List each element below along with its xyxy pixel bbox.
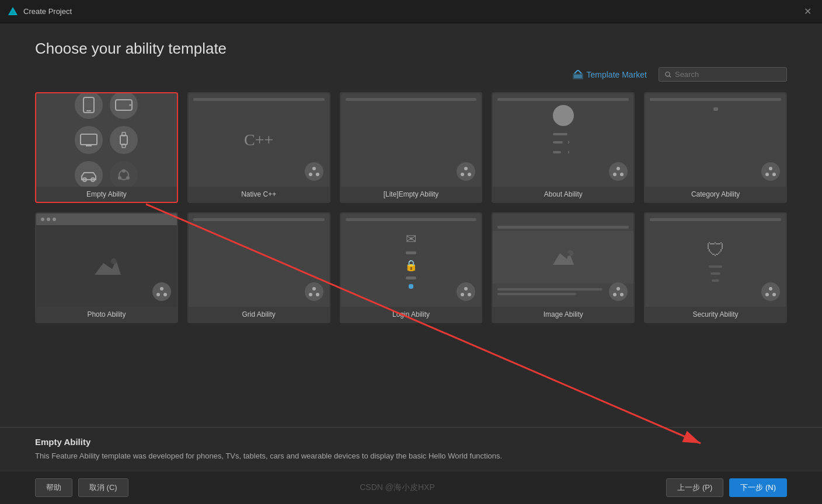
- tablet-icon: [110, 93, 138, 119]
- template-label-image: Image Ability: [541, 307, 586, 322]
- next-button[interactable]: 下一步 (N): [729, 478, 787, 497]
- titlebar: Create Project ✕: [0, 0, 822, 23]
- template-card-login[interactable]: ✉ 🔒 Login Ability: [340, 212, 483, 323]
- svg-point-47: [613, 293, 616, 296]
- cpp-label: C++: [244, 131, 273, 149]
- template-preview-lite-empty: [341, 93, 482, 187]
- tv-icon: [75, 126, 103, 154]
- template-label-login: Login Ability: [390, 307, 432, 322]
- category-items-grid: [713, 113, 718, 182]
- template-preview-security: 🛡: [645, 214, 786, 307]
- svg-point-36: [156, 293, 160, 296]
- svg-point-31: [769, 167, 772, 170]
- template-label-grid: Grid Ability: [240, 307, 278, 322]
- sec-line-2: [710, 272, 721, 275]
- template-preview-native-cpp: C++: [189, 93, 329, 187]
- img-line-1: [497, 288, 602, 290]
- app-logo-icon: [7, 6, 19, 18]
- cluster-badge-grid: [305, 282, 323, 301]
- template-market-button[interactable]: Template Market: [573, 70, 647, 79]
- description-title: Empty Ability: [35, 437, 787, 447]
- preview-topbar-lite: [346, 98, 477, 101]
- template-card-lite-empty[interactable]: [Lite]Empty Ability: [340, 92, 483, 203]
- template-label-photo: Photo Ability: [85, 307, 128, 322]
- cluster-badge-login: [457, 282, 475, 301]
- cluster-badge-security: [761, 282, 780, 301]
- svg-rect-10: [81, 134, 97, 145]
- about-line-2: [553, 141, 563, 144]
- template-card-about-ability[interactable]: › › About A: [492, 92, 635, 203]
- cluster-badge: [305, 162, 323, 181]
- svg-point-28: [616, 167, 620, 170]
- svg-point-33: [772, 173, 776, 176]
- footer-right-buttons: 上一步 (P) 下一步 (N): [666, 478, 787, 497]
- photo-topbar: [36, 214, 177, 225]
- templates-grid: Empty Ability C++: [35, 88, 787, 332]
- preview-topbar: [193, 98, 325, 101]
- lock-icon: 🔒: [405, 259, 417, 272]
- preview-topbar-image: [497, 226, 629, 229]
- preview-topbar-login: [346, 218, 477, 221]
- about-row: ›: [553, 139, 570, 145]
- template-label-native-cpp: Native C++: [239, 187, 278, 202]
- dot-1: [41, 218, 44, 221]
- image-top-area: [493, 231, 633, 284]
- page-title: Choose your ability template: [35, 40, 787, 58]
- svg-point-37: [163, 293, 167, 296]
- template-card-grid[interactable]: Grid Ability: [187, 212, 330, 323]
- svg-point-42: [461, 293, 464, 296]
- svg-point-20: [118, 176, 121, 180]
- cluster-badge-category: [761, 162, 780, 181]
- template-card-photo[interactable]: Photo Ability: [35, 212, 178, 323]
- chevron-icon: ›: [567, 139, 569, 145]
- shield-icon: 🛡: [706, 239, 725, 261]
- dialog-header: Choose your ability template: [0, 23, 822, 67]
- window-title: Create Project: [23, 7, 72, 16]
- svg-rect-3: [574, 75, 582, 78]
- svg-point-50: [765, 293, 769, 296]
- svg-point-4: [666, 72, 670, 76]
- template-card-empty-ability[interactable]: Empty Ability: [35, 92, 178, 203]
- footer-left-buttons: 帮助 取消 (C): [35, 478, 128, 497]
- cancel-button[interactable]: 取消 (C): [78, 478, 128, 497]
- security-preview-content: 🛡: [706, 214, 725, 307]
- login-bar-2: [406, 276, 416, 279]
- svg-point-21: [126, 176, 130, 180]
- watch-icon: [110, 126, 138, 154]
- about-avatar: [553, 105, 574, 126]
- category-search-bar: [713, 107, 718, 111]
- category-preview-content: [704, 98, 727, 187]
- help-button[interactable]: 帮助: [35, 478, 72, 497]
- preview-topbar-grid: [193, 218, 325, 221]
- template-label-category-ability: Category Ability: [689, 187, 742, 202]
- template-preview-empty-ability: [36, 93, 177, 187]
- svg-point-46: [616, 287, 620, 290]
- template-preview-photo: [36, 214, 177, 307]
- envelope-icon: ✉: [406, 232, 416, 247]
- template-preview-category-ability: [645, 93, 786, 187]
- dialog-footer: 帮助 取消 (C) CSDN @海小皮HXP 上一步 (P) 下一步 (N): [0, 471, 822, 504]
- close-button[interactable]: ✕: [800, 5, 815, 18]
- cluster-badge-photo: [152, 282, 171, 301]
- template-card-native-cpp[interactable]: C++ Native C++: [187, 92, 330, 203]
- template-label-about-ability: About Ability: [542, 187, 585, 202]
- preview-topbar-about: [497, 98, 629, 101]
- template-preview-about-ability: › ›: [493, 93, 633, 187]
- template-preview-image: [493, 214, 633, 307]
- cluster-badge-lite: [457, 162, 475, 181]
- svg-point-48: [620, 293, 624, 296]
- svg-point-49: [769, 287, 772, 290]
- mountain-icon: [92, 254, 121, 278]
- prev-button[interactable]: 上一步 (P): [666, 478, 723, 497]
- search-input[interactable]: [675, 70, 781, 79]
- svg-point-35: [160, 287, 163, 290]
- svg-point-34: [111, 258, 117, 264]
- template-card-image[interactable]: Image Ability: [492, 212, 635, 323]
- svg-point-41: [464, 287, 468, 290]
- about-row-2: ›: [553, 149, 570, 155]
- cluster-badge-about: [609, 162, 628, 181]
- svg-point-24: [316, 173, 319, 176]
- search-box[interactable]: [659, 67, 787, 82]
- template-card-category-ability[interactable]: Category Ability: [644, 92, 787, 203]
- template-card-security[interactable]: 🛡 Security Ability: [644, 212, 787, 323]
